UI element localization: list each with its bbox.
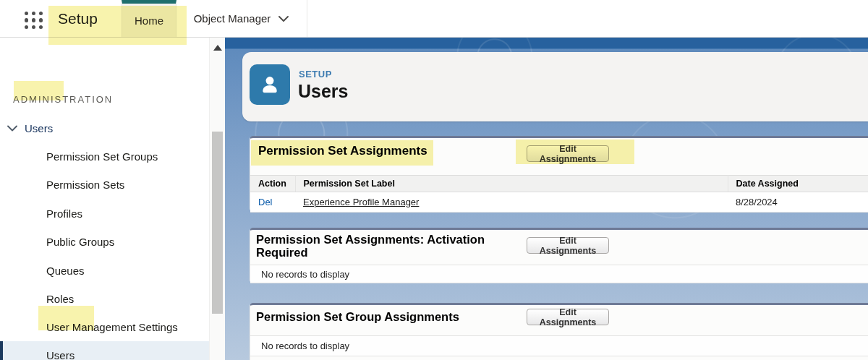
col-permission-set-label: Permission Set Label xyxy=(295,176,728,192)
tab-home[interactable]: Home xyxy=(122,0,176,37)
sidebar-item-roles[interactable]: Roles xyxy=(0,285,209,313)
section-permission-set-assignments: Permission Set Assignments Edit Assignme… xyxy=(250,136,868,212)
section-title: Permission Set Assignments xyxy=(258,144,427,158)
page-eyebrow: SETUP xyxy=(299,69,332,80)
sidebar-item-users-selected[interactable]: Users xyxy=(0,341,209,360)
table-header-row: Action Permission Set Label Date Assigne… xyxy=(250,176,868,192)
main-content: SETUP Users Permission Set Assignments E… xyxy=(224,37,868,360)
col-date-assigned: Date Assigned xyxy=(728,176,868,192)
permission-set-table: Action Permission Set Label Date Assigne… xyxy=(250,175,868,213)
date-assigned-value: 8/28/2024 xyxy=(728,192,868,213)
chevron-down-icon[interactable] xyxy=(278,12,289,25)
tab-object-manager[interactable]: Object Manager xyxy=(176,0,307,37)
empty-records-row: No records to display xyxy=(250,335,868,356)
sidebar-item-permission-sets[interactable]: Permission Sets xyxy=(0,171,209,199)
salesforce-setup-screen: Setup Home Object Manager ADMINISTRATION… xyxy=(0,0,868,360)
user-icon xyxy=(250,64,290,105)
sidebar-item-profiles[interactable]: Profiles xyxy=(0,200,209,228)
sidebar-item-queues[interactable]: Queues xyxy=(0,257,209,285)
section-permission-set-group-assignments: Permission Set Group Assignments Edit As… xyxy=(250,303,868,360)
section-title: Permission Set Assignments: Activation R… xyxy=(256,233,509,259)
edit-assignments-button[interactable]: Edit Assignments xyxy=(527,145,609,162)
section-activation-required: Permission Set Assignments: Activation R… xyxy=(250,228,868,283)
nav-group-users-label: Users xyxy=(25,122,53,134)
tab-home-label: Home xyxy=(135,14,163,27)
empty-records-row: No records to display xyxy=(250,265,868,283)
table-row: Del Experience Profile Manager 8/28/2024 xyxy=(250,192,868,213)
nav-group-users[interactable]: Users xyxy=(7,117,209,139)
edit-assignments-button[interactable]: Edit Assignments xyxy=(527,237,609,254)
scrollbar-thumb[interactable] xyxy=(212,132,223,314)
sidebar-item-user-management-settings[interactable]: User Management Settings xyxy=(0,313,209,341)
edit-assignments-button[interactable]: Edit Assignments xyxy=(527,309,609,325)
setup-nav-sidebar: ADMINISTRATION Users Permission Set Grou… xyxy=(0,37,224,360)
setup-header-texture-band xyxy=(224,37,868,48)
app-launcher-icon[interactable] xyxy=(24,11,43,30)
sidebar-item-public-groups[interactable]: Public Groups xyxy=(0,228,209,256)
permission-set-link[interactable]: Experience Profile Manager xyxy=(303,197,419,207)
page-title: Users xyxy=(298,81,349,102)
setup-app-label: Setup xyxy=(58,0,98,37)
sidebar-scrollbar xyxy=(209,37,225,360)
sidebar-item-permission-set-groups[interactable]: Permission Set Groups xyxy=(0,142,209,171)
section-title: Permission Set Group Assignments xyxy=(256,310,459,324)
del-link[interactable]: Del xyxy=(258,197,273,207)
global-header-bar: Setup Home Object Manager xyxy=(0,0,868,38)
col-action: Action xyxy=(250,176,295,192)
nav-section-heading: ADMINISTRATION xyxy=(13,94,113,105)
scrollbar-up-arrow-icon[interactable] xyxy=(210,43,225,53)
page-header-card: SETUP Users xyxy=(242,52,868,121)
chevron-down-icon xyxy=(7,125,17,132)
tab-object-manager-label: Object Manager xyxy=(194,12,271,25)
